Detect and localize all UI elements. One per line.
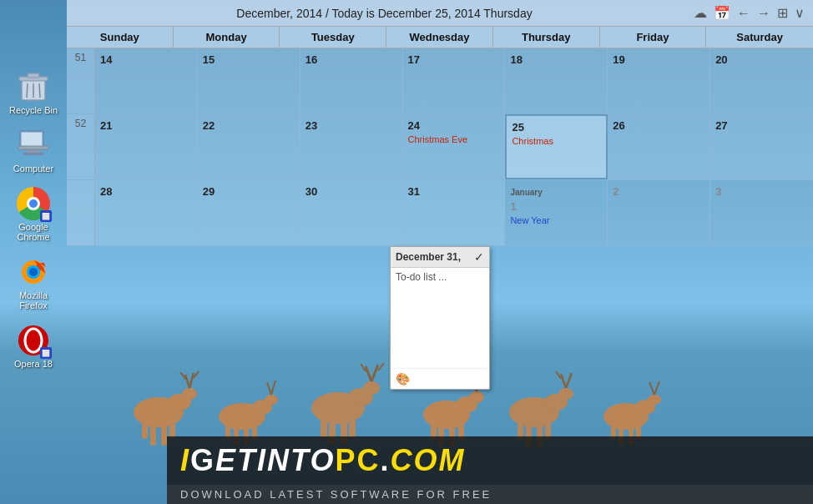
day-monday: Monday <box>174 27 280 48</box>
day-tuesday: Tuesday <box>280 27 386 48</box>
svg-rect-7 <box>22 133 42 146</box>
cal-cell-16[interactable]: 16 <box>300 48 403 113</box>
chrome-inner <box>27 197 40 210</box>
january-label: January <box>510 188 542 197</box>
watermark-top: IGETINTOPC.COM <box>167 436 813 485</box>
cal-cell-22[interactable]: 22 <box>198 114 300 179</box>
svg-line-3 <box>27 83 28 98</box>
svg-point-33 <box>265 395 278 405</box>
calendar-title: December, 2014 / Today is December 25, 2… <box>75 7 694 20</box>
days-header: Sunday Monday Tuesday Wednesday Thursday… <box>67 27 813 48</box>
svg-point-72 <box>648 395 661 405</box>
cal-cell-25-today[interactable]: 25 Christmas <box>505 114 608 179</box>
recycle-bin-icon[interactable]: Recycle Bin <box>4 67 63 118</box>
prev-icon[interactable]: ← <box>737 6 750 21</box>
cal-cell-jan2[interactable]: 2 <box>608 180 710 245</box>
watermark: IGETINTOPC.COM Download Latest Software … <box>167 436 813 504</box>
calendar-row-week52: 52 21 22 23 24 Christmas Eve 25 Christma… <box>67 114 813 180</box>
opera-label: Opera 18 <box>14 359 53 369</box>
cal-cell-30[interactable]: 30 <box>300 180 403 245</box>
cal-cell-26[interactable]: 26 <box>608 114 710 179</box>
svg-rect-10 <box>18 146 48 149</box>
screen-icon[interactable]: ⊞ <box>777 5 788 21</box>
cal-cell-28[interactable]: 28 <box>95 180 198 245</box>
cal-cell-31[interactable]: 31 <box>403 180 506 245</box>
note-popup-title: December 31, <box>396 251 461 263</box>
week-num-51: 51 <box>67 48 95 113</box>
cal-cell-17[interactable]: 17 <box>403 48 506 113</box>
cal-cell-27[interactable]: 27 <box>710 114 813 179</box>
christmas-eve-event: Christmas Eve <box>408 134 500 144</box>
chrome-image: ⬜ <box>17 187 50 220</box>
computer-label: Computer <box>13 164 53 174</box>
svg-line-34 <box>267 382 271 395</box>
chrome-badge: ⬜ <box>40 210 52 222</box>
day-saturday: Saturday <box>706 27 813 48</box>
google-chrome-icon[interactable]: ⬜ Google Chrome <box>4 184 63 245</box>
svg-point-42 <box>363 381 380 395</box>
calendar-row-week51: 51 14 15 16 17 18 19 20 <box>67 48 813 114</box>
firefox-image <box>17 255 50 289</box>
svg-line-35 <box>271 381 275 395</box>
week-num-52: 52 <box>67 114 95 179</box>
cal-cell-21[interactable]: 21 <box>95 114 198 179</box>
cal-cell-14[interactable]: 14 <box>95 48 198 113</box>
calendar-row-last: 28 29 30 31 January 1 New Year 2 3 <box>67 180 813 246</box>
svg-line-5 <box>39 83 40 98</box>
note-popup-body[interactable]: To-do list ... <box>391 268 489 368</box>
day-wednesday: Wednesday <box>386 27 493 48</box>
svg-rect-18 <box>161 416 167 446</box>
mozilla-firefox-label: Mozilla Firefox <box>8 290 59 310</box>
cal-cell-29[interactable]: 29 <box>198 180 300 245</box>
svg-rect-17 <box>150 416 156 446</box>
note-popup-header: December 31, ✓ <box>391 247 489 268</box>
svg-rect-40 <box>349 411 356 438</box>
day-friday: Friday <box>600 27 707 48</box>
svg-rect-20 <box>169 414 175 439</box>
computer-image <box>17 129 50 162</box>
day-thursday: Thursday <box>493 27 600 48</box>
recycle-bin-image <box>17 70 50 103</box>
christmas-event: Christmas <box>512 136 601 146</box>
opera-icon[interactable]: ⬜ Opera 18 <box>4 320 63 372</box>
cal-cell-jan1[interactable]: January 1 New Year <box>505 180 608 245</box>
cloud-icon[interactable]: ☁ <box>694 5 707 21</box>
next-icon[interactable]: → <box>757 6 770 21</box>
cal-cell-19[interactable]: 19 <box>608 48 710 113</box>
svg-point-62 <box>558 388 573 400</box>
svg-line-74 <box>654 381 659 395</box>
calendar-icon[interactable]: 📅 <box>714 5 730 21</box>
desktop-icons-panel: Recycle Bin Computer ⬜ Googl <box>0 67 67 372</box>
calendar-header: December, 2014 / Today is December 25, 2… <box>67 0 813 27</box>
computer-icon[interactable]: Computer <box>4 125 63 177</box>
google-chrome-label: Google Chrome <box>8 222 59 242</box>
svg-point-53 <box>469 391 484 403</box>
chevron-down-icon[interactable]: ∨ <box>795 5 805 21</box>
svg-line-73 <box>649 382 654 395</box>
paint-icon[interactable]: 🎨 <box>396 372 410 386</box>
new-year-event: New Year <box>510 215 602 225</box>
opera-image: ⬜ <box>17 324 50 357</box>
watermark-title: IGETINTOPC.COM <box>180 443 800 478</box>
cal-cell-jan3[interactable]: 3 <box>710 180 813 245</box>
cal-cell-18[interactable]: 18 <box>505 48 608 113</box>
svg-point-13 <box>29 268 38 276</box>
recycle-bin-label: Recycle Bin <box>9 105 58 115</box>
svg-rect-9 <box>23 153 43 155</box>
cal-cell-23[interactable]: 23 <box>300 114 403 179</box>
cal-cell-20[interactable]: 20 <box>710 48 813 113</box>
calendar-header-icons: ☁ 📅 ← → ⊞ ∨ <box>694 5 805 21</box>
note-popup: December 31, ✓ To-do list ... 🎨 <box>390 246 490 390</box>
day-sunday: Sunday <box>67 27 174 48</box>
watermark-subtitle: Download Latest Software for Free <box>167 485 813 504</box>
note-placeholder: To-do list ... <box>396 271 447 283</box>
note-popup-footer: 🎨 <box>391 368 489 389</box>
mozilla-firefox-icon[interactable]: Mozilla Firefox <box>4 252 63 314</box>
svg-rect-39 <box>321 411 327 438</box>
svg-rect-8 <box>27 149 40 153</box>
week-num-last <box>67 180 95 245</box>
cal-cell-24[interactable]: 24 Christmas Eve <box>403 114 506 179</box>
cal-cell-15[interactable]: 15 <box>198 48 300 113</box>
note-check-icon[interactable]: ✓ <box>474 250 484 264</box>
desktop: Recycle Bin Computer ⬜ Googl <box>0 0 813 504</box>
